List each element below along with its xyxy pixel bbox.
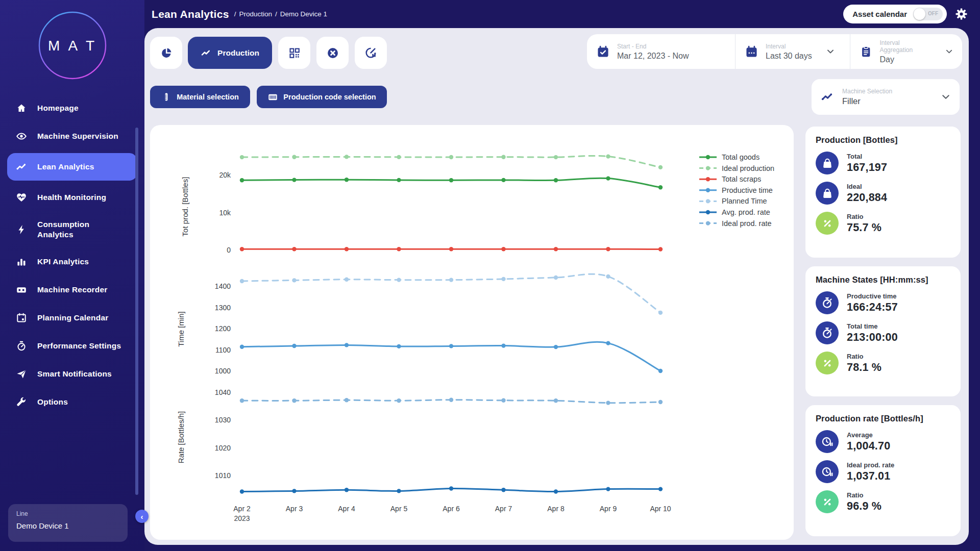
x-tick-label: Apr 9 xyxy=(600,505,617,513)
settings-gear-icon[interactable] xyxy=(955,8,968,20)
cassette-icon xyxy=(15,284,28,296)
clock-rate-icon xyxy=(816,430,839,453)
material-selection-button[interactable]: Material selection xyxy=(150,86,250,108)
time-controls-card: Start - End Mar 12, 2023 - Now Interval … xyxy=(587,34,962,69)
qr-code-icon xyxy=(288,47,301,59)
legend-item-productive-time[interactable]: Productive time xyxy=(699,186,773,194)
data-point xyxy=(345,178,349,182)
sidebar-item-machine-recorder[interactable]: Machine Recorder xyxy=(7,279,137,301)
legend-item-avg-prod-rate[interactable]: Avg. prod. rate xyxy=(699,208,770,216)
production-code-selection-label: Production code selection xyxy=(283,93,376,101)
data-point xyxy=(658,311,663,315)
data-point xyxy=(658,369,663,373)
date-range-value: Mar 12, 2023 - Now xyxy=(617,52,689,61)
sidebar-item-smart-notifications[interactable]: Smart Notifications xyxy=(7,363,137,385)
qr-view-button[interactable] xyxy=(278,37,310,69)
sidebar-collapse-button[interactable]: ‹ xyxy=(135,510,149,523)
aggregation-control[interactable]: Interval Aggregation Day xyxy=(850,34,962,69)
data-point xyxy=(554,155,558,159)
sidebar-item-kpi-analytics[interactable]: KPI Analytics xyxy=(7,251,137,273)
eye-icon xyxy=(15,130,28,142)
svg-text:Planned Time: Planned Time xyxy=(722,197,767,205)
legend-item-ideal-prod-rate[interactable]: Ideal prod. rate xyxy=(699,219,772,228)
legend-item-ideal-production[interactable]: Ideal production xyxy=(699,164,774,172)
y-tick-label: 20k xyxy=(219,171,231,179)
rate-view-button[interactable] xyxy=(355,37,387,69)
data-point xyxy=(397,155,401,159)
sidebar: M A T Homepage Machine Supervision L xyxy=(0,0,144,551)
legend-item-total-scraps[interactable]: Total scraps xyxy=(699,175,761,183)
line-label: Line xyxy=(16,510,119,517)
breadcrumb-item[interactable]: Demo Device 1 xyxy=(280,10,327,18)
sidebar-item-label: KPI Analytics xyxy=(37,257,89,267)
sidebar-item-performance-settings[interactable]: Performance Settings xyxy=(7,335,137,357)
data-point xyxy=(606,400,610,405)
asset-calendar-toggle-pill[interactable]: Asset calendar OFF xyxy=(843,5,947,23)
breadcrumb-item[interactable]: Production xyxy=(239,10,272,18)
data-point xyxy=(397,344,401,348)
data-point xyxy=(658,247,663,251)
data-point xyxy=(292,178,296,182)
trend-icon xyxy=(15,161,28,173)
sidebar-item-lean-analytics[interactable]: Lean Analytics xyxy=(7,153,137,181)
line-selector-card[interactable]: Line Demo Device 1 xyxy=(8,504,128,542)
legend-item-planned-time[interactable]: Planned Time xyxy=(699,197,767,205)
legend-item-total-goods[interactable]: Total goods xyxy=(699,153,760,161)
sidebar-item-planning-calendar[interactable]: Planning Calendar xyxy=(7,307,137,329)
chevron-down-icon xyxy=(945,47,953,56)
sidebar-item-homepage[interactable]: Homepage xyxy=(7,97,137,119)
data-point xyxy=(240,279,244,283)
machine-selection-dropdown[interactable]: Machine Selection Filler xyxy=(812,79,960,115)
x-tick-label: Apr 2 xyxy=(233,505,251,513)
asset-calendar-switch[interactable]: OFF xyxy=(913,8,943,20)
stat-cards-column: Production [Bottles] Total 167,197 Ideal… xyxy=(805,127,961,536)
paper-plane-icon xyxy=(15,368,28,380)
machine-states-card: Machine States [HH:mm:ss] Productive tim… xyxy=(805,266,961,396)
sidebar-item-label: Consumption Analytics xyxy=(37,219,124,240)
y-tick-label: 1030 xyxy=(215,416,231,424)
svg-text:M A T: M A T xyxy=(47,38,96,54)
sidebar-scrollbar[interactable] xyxy=(135,128,138,495)
wrench-icon xyxy=(15,396,28,408)
y-axis-label: Rate [Bottles/h] xyxy=(177,411,185,464)
data-point xyxy=(345,343,349,347)
breadcrumb-sep: / xyxy=(234,10,236,18)
asset-calendar-label: Asset calendar xyxy=(852,10,907,18)
sidebar-item-label: Lean Analytics xyxy=(37,162,94,172)
stat-value: 166:24:57 xyxy=(847,301,898,314)
data-point xyxy=(397,178,401,182)
y-tick-label: 1000 xyxy=(215,367,231,375)
stat-value: 167,197 xyxy=(847,161,887,174)
pie-view-button[interactable] xyxy=(150,37,182,69)
date-range-control[interactable]: Start - End Mar 12, 2023 - Now xyxy=(587,34,735,69)
stat-value: 213:00:00 xyxy=(847,331,898,344)
sidebar-item-machine-supervision[interactable]: Machine Supervision xyxy=(7,125,137,147)
svg-text:Avg. prod. rate: Avg. prod. rate xyxy=(722,208,770,216)
stat-row: Ideal prod. rate 1,037.01 xyxy=(816,460,950,483)
y-axis-label: Tot prod. [Bottles] xyxy=(181,177,189,237)
interval-control[interactable]: Interval Last 30 days xyxy=(735,34,850,69)
data-point xyxy=(554,345,558,349)
line-value: Demo Device 1 xyxy=(16,521,119,530)
sidebar-item-label: Machine Supervision xyxy=(37,131,118,141)
svg-text:Ideal prod. rate: Ideal prod. rate xyxy=(722,219,772,228)
stat-label: Ideal xyxy=(847,183,887,190)
scrap-view-button[interactable] xyxy=(316,37,349,69)
stat-value: 78.1 % xyxy=(847,361,881,374)
sidebar-item-consumption-analytics[interactable]: Consumption Analytics xyxy=(7,214,137,245)
production-code-selection-button[interactable]: Production code selection xyxy=(257,86,387,108)
data-point xyxy=(240,178,244,182)
stat-label: Ratio xyxy=(847,491,881,499)
production-view-button[interactable]: Production xyxy=(188,37,272,69)
stat-row: Ratio 96.9 % xyxy=(816,490,950,513)
x-tick-label: Apr 5 xyxy=(390,505,408,513)
data-point xyxy=(240,398,244,403)
bag-icon xyxy=(816,182,839,205)
stat-value: 75.7 % xyxy=(847,221,881,234)
data-point xyxy=(449,486,453,490)
stat-row: Total time 213:00:00 xyxy=(816,321,950,344)
calendar-dots-icon xyxy=(745,45,758,59)
data-point xyxy=(292,344,296,348)
sidebar-item-health-monitoring[interactable]: Health Monitoring xyxy=(7,186,137,209)
sidebar-item-options[interactable]: Options xyxy=(7,391,137,413)
